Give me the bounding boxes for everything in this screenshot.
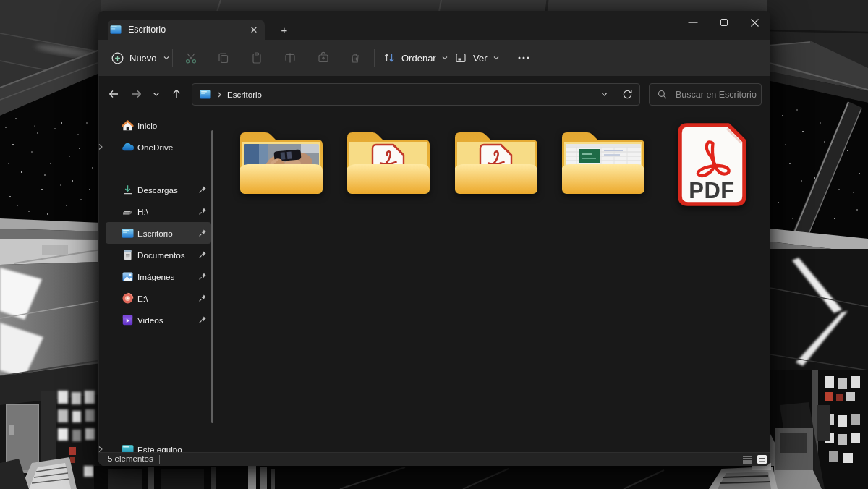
svg-text:PDF: PDF xyxy=(689,178,735,203)
